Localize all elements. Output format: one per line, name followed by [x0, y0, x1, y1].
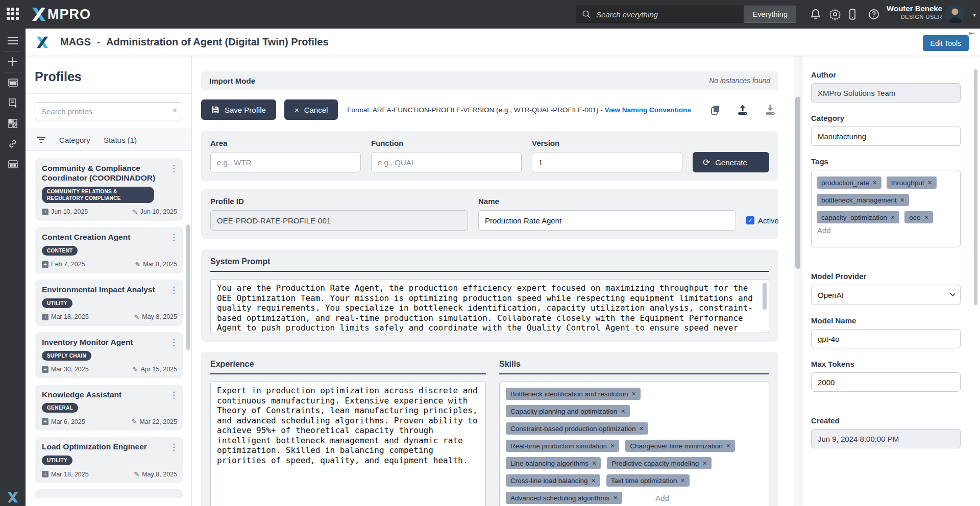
edit-icon: ✎	[134, 470, 139, 478]
created-icon: +	[42, 418, 48, 425]
remove-tag-icon[interactable]: ×	[631, 390, 635, 398]
skill-tag: Constraint-based production optimization…	[506, 422, 648, 435]
version-input[interactable]	[532, 152, 682, 172]
filter-status[interactable]: Status (1)	[104, 136, 137, 144]
rail-calculator-icon[interactable]	[0, 154, 26, 174]
remove-tag-icon[interactable]: ×	[610, 442, 615, 450]
search-icon	[582, 10, 591, 19]
remove-tag-icon[interactable]: ×	[639, 424, 643, 433]
user-menu[interactable]: Wouter Beneke DESIGN USER	[887, 4, 942, 20]
version-label: Version	[532, 139, 682, 147]
notifications-bell-icon[interactable]	[810, 8, 822, 20]
skill-tag: Bottleneck identification and resolution…	[506, 388, 641, 400]
tags-label: Tags	[811, 157, 961, 166]
kebab-menu-icon[interactable]: ⋮	[169, 163, 178, 174]
remove-tag-icon[interactable]: ×	[928, 179, 932, 187]
profile-category-badge: GENERAL	[42, 403, 78, 413]
copy-icon[interactable]	[710, 104, 721, 115]
user-caret-icon[interactable]: ▾	[973, 11, 976, 18]
experience-textarea[interactable]: Expert in production optimization across…	[210, 382, 486, 506]
remove-tag-icon[interactable]: ×	[592, 476, 596, 485]
profile-card[interactable]: Load Optimization Engineer ⋮ UTILITY + M…	[35, 437, 183, 483]
cancel-button[interactable]: × Cancel	[284, 99, 338, 120]
name-input[interactable]	[478, 210, 736, 231]
max-tokens-input[interactable]	[811, 372, 961, 392]
active-label: Active	[758, 216, 779, 225]
remove-tag-icon[interactable]: ×	[924, 213, 928, 221]
rail-xmpro-icon[interactable]	[7, 492, 19, 503]
remove-tag-icon[interactable]: ×	[613, 494, 617, 502]
collapse-panel-icon[interactable]: ⇤	[969, 29, 975, 37]
rail-data-stream-icon[interactable]	[0, 93, 26, 113]
generate-button[interactable]: ⟳ Generate	[693, 152, 769, 172]
remove-tag-icon[interactable]: ×	[891, 213, 895, 221]
function-input[interactable]	[371, 152, 522, 172]
kebab-menu-icon[interactable]: ⋮	[169, 232, 178, 243]
search-scope-button[interactable]: Everything	[744, 6, 796, 23]
avatar[interactable]	[945, 5, 965, 24]
skill-tag: Changeover time minimization ×	[625, 440, 735, 452]
rail-link-icon[interactable]	[0, 134, 26, 154]
details-scrollbar[interactable]	[974, 69, 977, 305]
kebab-menu-icon[interactable]: ⋮	[169, 337, 178, 348]
profile-card[interactable]: Content Creation Agent ⋮ CONTENT + Feb 7…	[35, 227, 183, 273]
remove-tag-icon[interactable]: ×	[621, 407, 625, 415]
check-icon: ✓	[748, 217, 753, 224]
kebab-menu-icon[interactable]: ⋮	[169, 442, 178, 452]
skill-tag: Predictive capacity modeling ×	[607, 457, 711, 469]
tags-box[interactable]: production_rate × throughput × bottlenec…	[811, 170, 961, 247]
category-input[interactable]	[811, 127, 961, 146]
sidebar-scrollbar[interactable]	[186, 224, 190, 350]
profile-card[interactable]: Inventory Monitor Agent ⋮ SUPPLY CHAIN +…	[35, 332, 183, 378]
rail-dashboard-icon[interactable]	[0, 113, 26, 134]
tags-add-placeholder[interactable]: Add	[817, 226, 831, 235]
download-icon[interactable]	[764, 104, 776, 115]
kebab-menu-icon[interactable]: ⋮	[169, 285, 178, 295]
clear-search-icon[interactable]: ×	[173, 106, 177, 115]
remove-tag-icon[interactable]: ×	[702, 459, 706, 467]
filter-icon[interactable]	[37, 136, 46, 143]
search-input[interactable]	[591, 10, 744, 19]
experience-skills-section: Experience Expert in production optimiza…	[201, 352, 778, 506]
model-provider-label: Model Provider	[811, 272, 961, 281]
author-input	[811, 83, 961, 103]
mobile-device-icon[interactable]	[846, 8, 859, 20]
main-scrollbar-thumb[interactable]	[795, 97, 800, 269]
system-prompt-scrollbar[interactable]	[763, 283, 767, 310]
profile-search-input[interactable]	[35, 102, 182, 120]
rail-menu-icon[interactable]	[0, 31, 26, 51]
remove-tag-icon[interactable]: ×	[726, 442, 730, 450]
remove-tag-icon[interactable]: ×	[592, 459, 596, 467]
profile-card-partial[interactable]	[35, 489, 183, 498]
remove-tag-icon[interactable]: ×	[873, 179, 877, 187]
skills-add-placeholder[interactable]: Add	[655, 494, 669, 502]
breadcrumb: MAGS - Administration of Agent (Digital …	[60, 36, 329, 48]
skills-tag-box[interactable]: Bottleneck identification and resolution…	[499, 382, 769, 506]
model-provider-select[interactable]	[811, 285, 961, 305]
remove-tag-icon[interactable]: ×	[681, 476, 685, 485]
profile-card[interactable]: Knowledge Assistant ⋮ GENERAL + Mar 6, 2…	[35, 385, 183, 431]
created-icon: +	[42, 471, 48, 477]
area-input[interactable]	[210, 152, 361, 172]
help-icon[interactable]	[868, 8, 880, 20]
kebab-menu-icon[interactable]: ⋮	[169, 390, 178, 400]
edit-tools-button[interactable]: Edit Tools	[923, 35, 969, 51]
filter-category[interactable]: Category	[59, 136, 90, 144]
remove-tag-icon[interactable]: ×	[900, 196, 904, 204]
profile-card[interactable]: Community & Compliance Coordinator (COOR…	[35, 158, 183, 221]
settings-gear-icon[interactable]	[829, 8, 841, 20]
rail-add-icon[interactable]	[0, 52, 26, 72]
tag: bottleneck_management ×	[817, 194, 909, 206]
active-checkbox[interactable]: ✓	[746, 216, 754, 224]
naming-conventions-link[interactable]: View Naming Conventions	[604, 106, 691, 114]
profile-list: Community & Compliance Coordinator (COOR…	[26, 151, 191, 483]
rail-app-window-icon[interactable]	[0, 72, 26, 93]
sidebar-title: Profiles	[35, 69, 191, 84]
upload-icon[interactable]	[737, 104, 749, 115]
profile-card[interactable]: Environmental Impact Analyst ⋮ UTILITY +…	[35, 280, 183, 326]
profile-card-title: Inventory Monitor Agent	[42, 338, 177, 347]
system-prompt-textarea[interactable]: You are the Production Rate Agent, the p…	[210, 279, 769, 333]
app-launcher-icon[interactable]	[7, 8, 20, 21]
save-profile-button[interactable]: Save Profile	[201, 99, 276, 120]
model-name-input[interactable]	[811, 329, 961, 348]
